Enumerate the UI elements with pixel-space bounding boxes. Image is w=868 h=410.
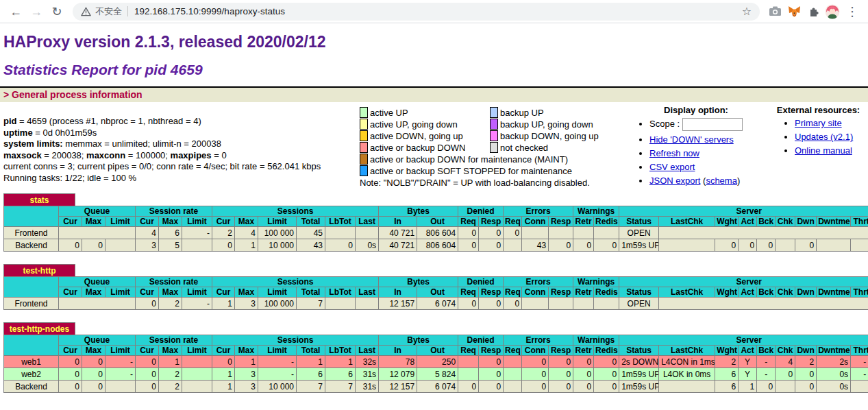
- cell: 78: [379, 356, 417, 368]
- display-option-link[interactable]: JSON export: [649, 176, 700, 186]
- cell: 0s: [817, 368, 851, 381]
- column-group-denied: Denied: [458, 277, 504, 287]
- display-option-link[interactable]: Hide 'DOWN' servers: [649, 134, 734, 145]
- cell: 0: [82, 356, 106, 368]
- cell: 2: [212, 227, 235, 239]
- menu-dots-icon[interactable]: ⋮: [842, 1, 863, 23]
- column-header: Max: [235, 287, 258, 298]
- table-row-web2: web200-0213-6631s12 0795 824000001m59s U…: [4, 368, 868, 381]
- column-group-bytes: Bytes: [379, 277, 458, 287]
- column-header: Out: [417, 217, 458, 227]
- cell: 5: [159, 239, 182, 252]
- cell: 2s: [817, 356, 851, 368]
- row-label: web1: [4, 356, 59, 368]
- column-header: Limit: [258, 287, 297, 298]
- cell: [522, 227, 549, 239]
- cell: 1: [235, 356, 258, 368]
- column-header: Bck: [757, 287, 776, 298]
- column-group-queue: Queue: [59, 335, 136, 346]
- cell: [594, 227, 619, 239]
- column-header: Thrtle: [851, 217, 868, 227]
- proxy-name-tab[interactable]: test-http-nodes: [3, 322, 75, 335]
- cell: [106, 381, 136, 393]
- display-option-link[interactable]: schema: [706, 176, 737, 186]
- cell: 0: [136, 356, 159, 368]
- cell: [106, 239, 136, 252]
- tooltip-value: 0: [566, 382, 571, 393]
- external-resource-link[interactable]: Updates (v2.1): [795, 132, 853, 142]
- column-header: Bck: [757, 217, 776, 227]
- column-header: Cur: [212, 217, 235, 227]
- legend-label: active UP: [370, 108, 408, 118]
- cell: 0: [212, 239, 235, 252]
- cell: [549, 298, 573, 310]
- tooltip-value: 0: [227, 357, 232, 368]
- column-group-denied: Denied: [458, 335, 504, 346]
- cell: 2: [795, 356, 817, 368]
- column-group-warnings: Warnings: [573, 206, 619, 217]
- cell: [182, 356, 212, 368]
- proxy-tables: statsQueueSession rateSessionsBytesDenie…: [0, 193, 868, 393]
- column-header: Wght: [715, 217, 739, 227]
- cell: 6: [297, 368, 325, 381]
- metamask-fox-icon[interactable]: [784, 5, 804, 18]
- cell: 0: [82, 239, 106, 252]
- extensions-puzzle-icon[interactable]: [804, 5, 823, 17]
- cell: 31s: [356, 368, 379, 381]
- process-info: pid = 4659 (process #1, nbproc = 1, nbth…: [0, 105, 360, 184]
- cell: 0: [479, 368, 504, 381]
- column-group-warnings: Warnings: [573, 277, 619, 287]
- table-row-frontend: Frontend02-13100 000712 1576 074000OPEN: [4, 298, 868, 310]
- column-header: Chk: [776, 217, 795, 227]
- display-options: Display option: Scope :Hide 'DOWN' serve…: [623, 105, 769, 189]
- legend-label: backup DOWN, going up: [500, 131, 599, 141]
- display-option-link[interactable]: Refresh now: [649, 148, 699, 158]
- table-group-header-row: QueueSession rateSessionsBytesDeniedErro…: [4, 277, 868, 287]
- process-info-line: Running tasks: 1/22; idle = 100 %: [3, 173, 360, 184]
- cell: 0: [739, 239, 757, 252]
- cell: 7: [325, 381, 356, 393]
- external-resource-link[interactable]: Primary site: [795, 118, 842, 128]
- external-resource-link[interactable]: Online manual: [795, 145, 852, 156]
- cell: 2: [715, 356, 739, 368]
- column-header: Wght: [715, 287, 739, 298]
- legend-label: active or backup DOWN: [370, 143, 465, 153]
- scope-input[interactable]: [682, 118, 743, 131]
- column-header: LastChk: [659, 217, 715, 227]
- cell: 0: [504, 227, 522, 239]
- column-header: Redis: [594, 287, 619, 298]
- back-icon[interactable]: ←: [5, 1, 26, 23]
- cell: 0: [82, 381, 106, 393]
- display-option-link[interactable]: CSV export: [649, 162, 695, 172]
- column-header: Cur: [59, 346, 82, 356]
- cell: 2: [159, 368, 182, 381]
- proxy-name-tab[interactable]: test-http: [3, 264, 75, 276]
- proxy-name-tab[interactable]: stats: [3, 193, 75, 206]
- column-group-queue: Queue: [59, 277, 136, 287]
- column-header: Bck: [757, 346, 776, 356]
- cell: 3: [235, 381, 258, 393]
- cell: 0: [136, 381, 159, 393]
- column-header: Limit: [106, 346, 136, 356]
- forward-icon[interactable]: →: [26, 1, 47, 23]
- cell: L4CON in 1ms: [659, 356, 715, 368]
- reload-icon[interactable]: ↻: [47, 1, 67, 23]
- cell: 0: [594, 239, 619, 252]
- external-resources-list: Primary siteUpdates (v2.1)Online manual: [795, 118, 868, 156]
- cell: 0: [136, 368, 159, 381]
- legend-label: active UP, going down: [370, 119, 458, 130]
- cell: 6: [159, 227, 182, 239]
- cell: 1m59s UP: [619, 381, 659, 393]
- bookmark-star-icon[interactable]: ☆: [736, 5, 757, 18]
- cell: [59, 298, 136, 310]
- address-bar[interactable]: 不安全 192.168.175.10:9999/haproxy-status ☆: [73, 3, 760, 21]
- column-header: Req: [504, 346, 522, 356]
- profile-avatar[interactable]: [823, 4, 842, 19]
- cell: -: [258, 368, 297, 381]
- page-title[interactable]: HAProxy version 2.1.3, released 2020/02/…: [3, 33, 868, 51]
- column-header: Dwntme: [817, 217, 851, 227]
- column-header: Dwntme: [817, 287, 851, 298]
- column-header: Out: [417, 287, 458, 298]
- cell: 0s: [356, 239, 379, 252]
- camera-extension-icon[interactable]: [765, 5, 784, 17]
